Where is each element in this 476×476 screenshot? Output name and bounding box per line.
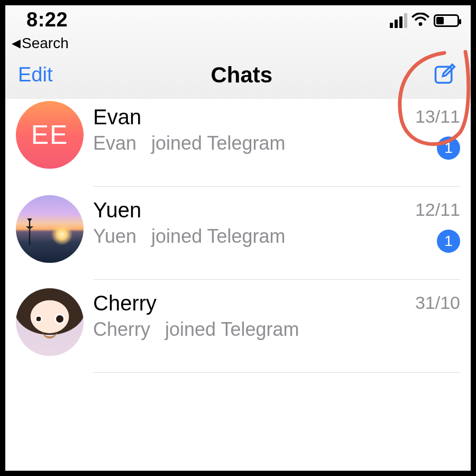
compose-icon bbox=[433, 62, 456, 86]
avatar bbox=[16, 288, 84, 356]
status-time: 8:22 bbox=[26, 8, 68, 31]
compose-button[interactable] bbox=[431, 60, 458, 89]
back-label: Search bbox=[22, 35, 69, 52]
chat-list: EE Evan Evanjoined Telegram 13/11 1 Yuen bbox=[5, 99, 471, 471]
nav-bar: Edit Chats bbox=[5, 53, 471, 99]
chat-row[interactable]: Cherry Cherryjoined Telegram 31/10 bbox=[5, 280, 471, 373]
chat-name: Yuen bbox=[93, 198, 396, 222]
preview-text: joined Telegram bbox=[151, 225, 286, 247]
chat-date: 13/11 bbox=[415, 106, 460, 127]
unread-badge: 1 bbox=[437, 230, 460, 253]
chat-preview: Yuenjoined Telegram bbox=[93, 225, 396, 248]
page-title: Chats bbox=[210, 62, 272, 88]
chat-preview: Cherryjoined Telegram bbox=[93, 318, 396, 341]
chat-date: 31/10 bbox=[415, 292, 460, 313]
cellular-icon bbox=[390, 13, 407, 28]
chat-name: Evan bbox=[93, 105, 396, 129]
back-chevron-icon: ◀ bbox=[12, 36, 21, 50]
preview-sender: Yuen bbox=[93, 225, 136, 247]
chat-row[interactable]: Yuen Yuenjoined Telegram 12/11 1 bbox=[5, 187, 471, 280]
wifi-icon bbox=[411, 13, 429, 29]
chat-name: Cherry bbox=[93, 291, 396, 315]
header-area: 8:22 ◀ Search Edit Chats bbox=[5, 5, 471, 99]
status-bar: 8:22 bbox=[5, 8, 471, 35]
chat-row[interactable]: EE Evan Evanjoined Telegram 13/11 1 bbox=[5, 99, 471, 187]
avatar bbox=[16, 195, 84, 263]
unread-badge: 1 bbox=[437, 136, 460, 160]
avatar: EE bbox=[16, 101, 84, 169]
svg-point-0 bbox=[419, 22, 423, 26]
preview-sender: Evan bbox=[93, 132, 136, 154]
status-icons bbox=[390, 8, 459, 29]
battery-icon bbox=[434, 14, 459, 27]
preview-sender: Cherry bbox=[93, 318, 150, 340]
preview-text: joined Telegram bbox=[151, 132, 286, 154]
chat-date: 12/11 bbox=[415, 199, 460, 220]
edit-button[interactable]: Edit bbox=[18, 63, 52, 86]
preview-text: joined Telegram bbox=[165, 318, 299, 340]
chat-preview: Evanjoined Telegram bbox=[93, 132, 396, 154]
back-to-search[interactable]: ◀ Search bbox=[5, 35, 471, 53]
